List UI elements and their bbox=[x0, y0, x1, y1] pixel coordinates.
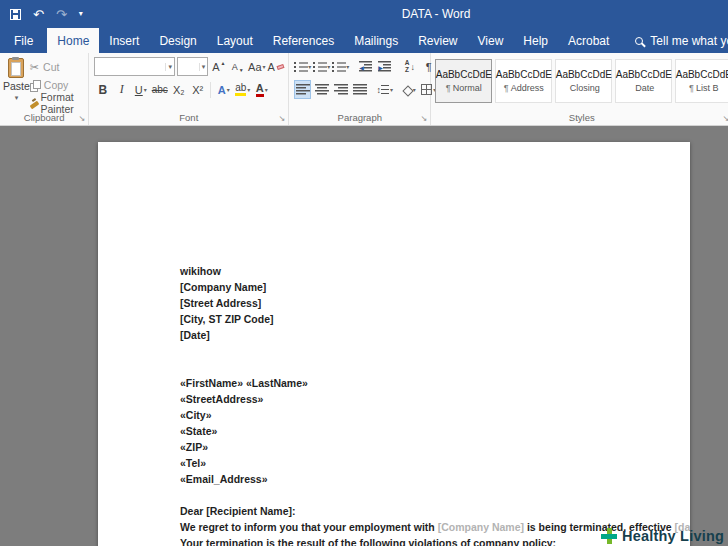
align-center-button[interactable] bbox=[313, 80, 330, 99]
body-text: We regret to inform you that your employ… bbox=[180, 521, 438, 533]
align-right-button[interactable] bbox=[332, 80, 349, 99]
titlebar: ↶ ↷ ▾ DATA - Word bbox=[0, 0, 728, 28]
font-group: ▾ ▾ A▲ A▼ Aa▾ A B I U▾ abc X₂ bbox=[89, 53, 289, 125]
style-closing[interactable]: AaBbCcDdE Closing bbox=[555, 59, 612, 103]
paste-label: Paste bbox=[3, 80, 30, 92]
styles-dialog-launcher[interactable]: ↘ bbox=[723, 115, 728, 123]
style-name: ¶Normal bbox=[446, 83, 482, 93]
multilevel-list-icon bbox=[332, 61, 345, 73]
paste-icon bbox=[8, 58, 24, 78]
tab-design[interactable]: Design bbox=[149, 28, 206, 53]
paragraph-dialog-launcher[interactable]: ↘ bbox=[421, 115, 428, 123]
style-name: ¶List B bbox=[689, 83, 718, 93]
text-effects-button[interactable]: A▾ bbox=[215, 80, 232, 99]
change-case-icon: Aa bbox=[248, 61, 261, 73]
style-preview: AaBbCcDdE bbox=[616, 69, 672, 80]
doc-line-merge-zip[interactable]: «ZIP» bbox=[180, 439, 682, 455]
align-left-button[interactable] bbox=[294, 80, 311, 99]
tab-layout[interactable]: Layout bbox=[207, 28, 263, 53]
shading-button[interactable]: ▾ bbox=[401, 80, 418, 99]
font-dialog-launcher[interactable]: ↘ bbox=[279, 115, 286, 123]
copy-icon bbox=[30, 80, 40, 91]
doc-line-merge-street[interactable]: «StreetAddress» bbox=[180, 391, 682, 407]
underline-button[interactable]: U▾ bbox=[132, 80, 149, 99]
bold-button[interactable]: B bbox=[94, 80, 111, 99]
superscript-button[interactable]: X² bbox=[189, 80, 206, 99]
cut-button[interactable]: ✂ Cut bbox=[30, 60, 86, 74]
justify-button[interactable] bbox=[351, 80, 368, 99]
tab-file[interactable]: File bbox=[0, 28, 47, 53]
tab-acrobat[interactable]: Acrobat bbox=[558, 28, 619, 53]
doc-line-merge-email[interactable]: «Email_Address» bbox=[180, 471, 682, 487]
subscript-button[interactable]: X₂ bbox=[170, 80, 187, 99]
doc-line-merge-city[interactable]: «City» bbox=[180, 407, 682, 423]
styles-group: AaBbCcDdE ¶Normal AaBbCcDdE ¶Address AaB… bbox=[431, 53, 728, 125]
doc-line-city-state-zip[interactable]: [City, ST ZIP Code] bbox=[180, 311, 682, 327]
font-color-button[interactable]: A▾ bbox=[253, 80, 270, 99]
customize-qat-button[interactable]: ▾ bbox=[79, 6, 83, 22]
tab-insert[interactable]: Insert bbox=[99, 28, 149, 53]
sort-button[interactable]: AZ ↓ bbox=[401, 57, 418, 76]
window-title: DATA - Word bbox=[402, 7, 471, 21]
styles-gallery: AaBbCcDdE ¶Normal AaBbCcDdE ¶Address AaB… bbox=[431, 53, 728, 103]
watermark-label: Healthy Living bbox=[622, 528, 724, 544]
font-name-combo[interactable]: ▾ bbox=[94, 57, 175, 76]
doc-line-merge-name[interactable]: «FirstName» «LastName» bbox=[180, 375, 682, 391]
format-painter-button[interactable]: Format Painter bbox=[30, 96, 86, 110]
chevron-down-icon: ▾ bbox=[199, 63, 208, 71]
numbering-button[interactable]: ▾ bbox=[313, 57, 330, 76]
tab-home[interactable]: Home bbox=[47, 28, 99, 53]
italic-button[interactable]: I bbox=[113, 80, 130, 99]
clear-formatting-icon: A bbox=[268, 61, 275, 73]
save-icon bbox=[10, 9, 21, 20]
tab-references[interactable]: References bbox=[263, 28, 344, 53]
style-list-b[interactable]: AaBbCcDdE ¶List B bbox=[675, 59, 728, 103]
doc-line-street-address[interactable]: [Street Address] bbox=[180, 295, 682, 311]
chevron-down-icon: ▾ bbox=[413, 86, 416, 93]
line-spacing-button[interactable]: ↕▾ bbox=[376, 80, 393, 99]
highlight-button[interactable]: ab▾ bbox=[234, 80, 251, 99]
tab-help[interactable]: Help bbox=[513, 28, 558, 53]
doc-line-salutation[interactable]: Dear [Recipient Name]: bbox=[180, 503, 682, 519]
bullets-button[interactable]: ▾ bbox=[294, 57, 311, 76]
doc-line-blank[interactable] bbox=[180, 359, 682, 375]
style-date[interactable]: AaBbCcDdE Date bbox=[615, 59, 672, 103]
multilevel-list-button[interactable]: ▾ bbox=[332, 57, 349, 76]
align-left-icon bbox=[296, 84, 310, 95]
paste-button[interactable]: Paste ▾ bbox=[3, 56, 30, 110]
save-button[interactable] bbox=[10, 6, 21, 22]
font-content: ▾ ▾ A▲ A▼ Aa▾ A B I U▾ abc X₂ bbox=[89, 53, 288, 99]
tell-me-box[interactable]: Tell me what you want to do bbox=[619, 28, 728, 53]
doc-line-blank[interactable] bbox=[180, 343, 682, 359]
document-page[interactable]: wikihow [Company Name] [Street Address] … bbox=[98, 142, 690, 546]
font-size-combo[interactable]: ▾ bbox=[177, 57, 208, 76]
clear-formatting-button[interactable]: A bbox=[267, 57, 284, 76]
font-name-input[interactable] bbox=[95, 58, 165, 75]
font-size-input[interactable] bbox=[178, 58, 199, 75]
doc-line-date[interactable]: [Date] bbox=[180, 327, 682, 343]
tab-mailings[interactable]: Mailings bbox=[344, 28, 408, 53]
placeholder-company-name: [Company Name] bbox=[438, 521, 524, 533]
grow-font-button[interactable]: A▲ bbox=[210, 57, 227, 76]
copy-button[interactable]: Copy bbox=[30, 78, 86, 92]
paint-bucket-icon bbox=[402, 85, 413, 96]
clipboard-small-buttons: ✂ Cut Copy Format Painter bbox=[30, 56, 86, 110]
redo-button[interactable]: ↷ bbox=[56, 6, 67, 22]
doc-line-logo[interactable]: wikihow bbox=[180, 263, 682, 279]
shrink-font-button[interactable]: A▼ bbox=[229, 57, 246, 76]
chevron-down-icon: ▾ bbox=[144, 86, 147, 93]
undo-button[interactable]: ↶ bbox=[33, 6, 44, 22]
doc-line-merge-state[interactable]: «State» bbox=[180, 423, 682, 439]
clipboard-dialog-launcher[interactable]: ↘ bbox=[79, 115, 86, 123]
doc-line-company-name[interactable]: [Company Name] bbox=[180, 279, 682, 295]
decrease-indent-button[interactable]: ◀ bbox=[357, 57, 374, 76]
strikethrough-button[interactable]: abc bbox=[151, 80, 168, 99]
increase-indent-button[interactable]: ▶ bbox=[376, 57, 393, 76]
style-normal[interactable]: AaBbCcDdE ¶Normal bbox=[435, 59, 492, 103]
doc-line-merge-tel[interactable]: «Tel» bbox=[180, 455, 682, 471]
change-case-button[interactable]: Aa▾ bbox=[248, 57, 265, 76]
tab-review[interactable]: Review bbox=[408, 28, 467, 53]
tab-view[interactable]: View bbox=[468, 28, 514, 53]
doc-line-blank[interactable] bbox=[180, 487, 682, 503]
style-address[interactable]: AaBbCcDdE ¶Address bbox=[495, 59, 552, 103]
